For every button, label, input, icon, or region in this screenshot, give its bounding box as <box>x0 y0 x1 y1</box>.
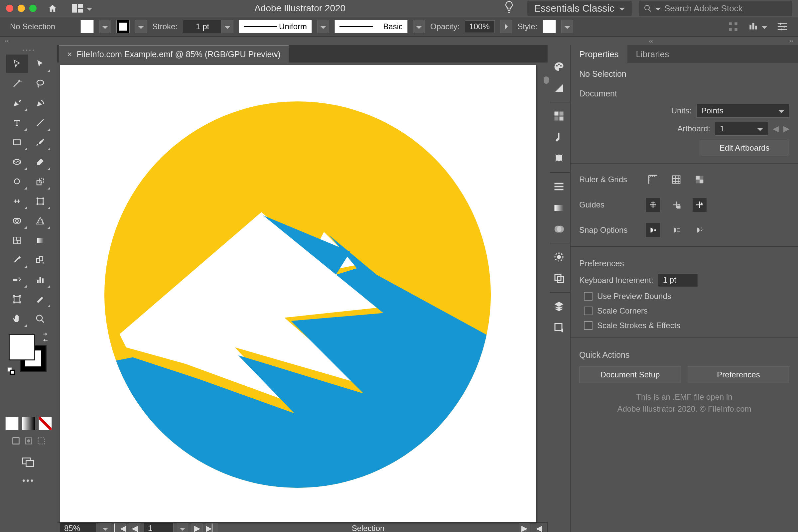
free-transform-tool[interactable] <box>29 192 51 210</box>
workspace-switcher[interactable]: Essentials Classic <box>527 1 632 16</box>
artboard-select[interactable]: 1 <box>715 122 768 136</box>
prefs-icon[interactable] <box>777 21 788 32</box>
symbols-panel-icon[interactable] <box>551 150 567 168</box>
fullscreen-window-icon[interactable] <box>29 5 37 12</box>
opacity-input[interactable]: 100% <box>465 20 495 33</box>
snap-grid-icon[interactable] <box>669 223 684 238</box>
last-artboard-button[interactable]: ▶▏ <box>206 524 217 532</box>
direct-selection-tool[interactable] <box>29 55 51 73</box>
color-mode-gradient[interactable] <box>22 417 35 430</box>
transparency-panel-icon[interactable] <box>551 220 567 238</box>
first-artboard-button[interactable]: ▏◀ <box>114 524 126 532</box>
keyboard-increment-input[interactable]: 1 pt <box>658 274 698 287</box>
ruler-toggle-icon[interactable] <box>646 172 660 187</box>
document-tab[interactable]: × FileInfo.com Example.emf @ 85% (RGB/GP… <box>59 45 289 62</box>
scale-tool[interactable] <box>29 172 51 191</box>
home-button[interactable] <box>44 2 61 14</box>
zoom-input[interactable]: 85% <box>60 523 96 532</box>
collapse-right-icon[interactable]: ›› <box>790 38 793 44</box>
snap-pixel-icon[interactable] <box>692 223 707 238</box>
tab-libraries[interactable]: Libraries <box>627 45 678 63</box>
edit-artboards-button[interactable]: Edit Artboards <box>700 140 790 156</box>
brushes-panel-icon[interactable] <box>551 128 567 146</box>
style-dropdown[interactable] <box>561 20 573 33</box>
stroke-weight-input[interactable]: 1 pt <box>183 20 233 33</box>
slice-tool[interactable] <box>29 290 51 308</box>
prev-artboard-button[interactable]: ◀ <box>129 524 140 532</box>
scale-strokes-checkbox[interactable]: Scale Strokes & Effects <box>571 318 798 333</box>
vertical-scrollbar[interactable] <box>543 62 550 522</box>
pen-tool[interactable] <box>6 94 28 112</box>
fill-dropdown[interactable] <box>99 20 111 33</box>
magic-wand-tool[interactable] <box>6 74 28 92</box>
stroke-swatch[interactable] <box>116 20 130 33</box>
artboard-tool[interactable] <box>6 290 28 308</box>
screen-mode-button[interactable] <box>22 453 35 471</box>
close-window-icon[interactable] <box>6 5 13 12</box>
status-more-button[interactable]: ▶ <box>519 524 530 532</box>
eyedropper-tool[interactable] <box>6 251 28 269</box>
graphic-styles-panel-icon[interactable] <box>551 269 567 287</box>
brush-definition[interactable]: Basic <box>335 20 407 33</box>
fill-stroke-indicator[interactable] <box>8 334 49 374</box>
transparency-grid-icon[interactable] <box>692 172 707 187</box>
artboard-dropdown[interactable] <box>177 524 188 532</box>
next-artboard-button[interactable]: ▶ <box>191 524 203 532</box>
zoom-dropdown[interactable] <box>100 524 111 532</box>
mesh-tool[interactable] <box>6 231 28 249</box>
gradient-tool[interactable] <box>29 231 51 249</box>
use-preview-bounds-checkbox[interactable]: Use Preview Bounds <box>571 289 798 304</box>
smart-guides-icon[interactable] <box>692 197 707 212</box>
collapse-dock-icon[interactable]: ‹‹ <box>649 38 653 44</box>
fill-swatch[interactable] <box>80 20 94 33</box>
lasso-tool[interactable] <box>29 74 51 92</box>
panel-grip-icon[interactable] <box>21 49 36 52</box>
guides-lock-icon[interactable] <box>669 197 684 212</box>
document-setup-button[interactable]: Document Setup <box>579 366 681 383</box>
perspective-grid-tool[interactable] <box>29 211 51 230</box>
align-icon[interactable] <box>727 21 739 32</box>
rectangle-tool[interactable] <box>6 133 28 151</box>
artboard-number-input[interactable]: 1 <box>144 523 174 532</box>
edit-toolbar-button[interactable]: ••• <box>22 471 35 490</box>
type-tool[interactable] <box>6 113 28 132</box>
variable-width-profile[interactable]: Uniform <box>239 20 312 33</box>
stock-search[interactable]: Search Adobe Stock <box>639 1 792 16</box>
snap-point-icon[interactable] <box>646 223 660 238</box>
color-mode-none[interactable] <box>39 417 52 430</box>
appearance-panel-icon[interactable] <box>551 248 567 266</box>
gradient-panel-icon[interactable] <box>551 199 567 217</box>
shaper-tool[interactable] <box>6 153 28 171</box>
width-tool[interactable] <box>6 192 28 210</box>
default-fill-stroke-icon[interactable] <box>7 367 15 375</box>
blend-tool[interactable] <box>29 251 51 269</box>
swatches-panel-icon[interactable] <box>551 107 567 125</box>
guides-visibility-icon[interactable] <box>646 197 660 212</box>
fill-color-box[interactable] <box>8 334 35 360</box>
selection-tool[interactable] <box>6 55 28 73</box>
stroke-panel-icon[interactable] <box>551 177 567 195</box>
prev-artboard-icon[interactable]: ◀ <box>773 124 779 133</box>
column-graph-tool[interactable] <box>29 270 51 289</box>
line-segment-tool[interactable] <box>29 113 51 132</box>
zoom-tool[interactable] <box>29 309 51 328</box>
draw-mode-normal-icon[interactable] <box>11 436 21 445</box>
color-mode-solid[interactable] <box>5 417 19 430</box>
units-select[interactable]: Points <box>696 104 790 118</box>
canvas[interactable] <box>60 65 536 522</box>
asset-export-panel-icon[interactable] <box>551 319 567 337</box>
arrange-documents-button[interactable] <box>69 2 96 14</box>
shape-builder-tool[interactable] <box>6 211 28 230</box>
transform-panel-button[interactable] <box>748 21 767 32</box>
brush-dropdown[interactable] <box>413 20 425 33</box>
discover-button[interactable] <box>504 1 514 16</box>
grid-toggle-icon[interactable] <box>669 172 684 187</box>
tab-properties[interactable]: Properties <box>571 45 627 63</box>
hscroll-left[interactable]: ◀ <box>533 524 545 532</box>
close-tab-icon[interactable]: × <box>67 50 72 59</box>
vw-dropdown[interactable] <box>317 20 329 33</box>
stroke-dropdown[interactable] <box>135 20 147 33</box>
minimize-window-icon[interactable] <box>18 5 25 12</box>
paintbrush-tool[interactable] <box>29 133 51 151</box>
swap-fill-stroke-icon[interactable] <box>41 332 50 342</box>
